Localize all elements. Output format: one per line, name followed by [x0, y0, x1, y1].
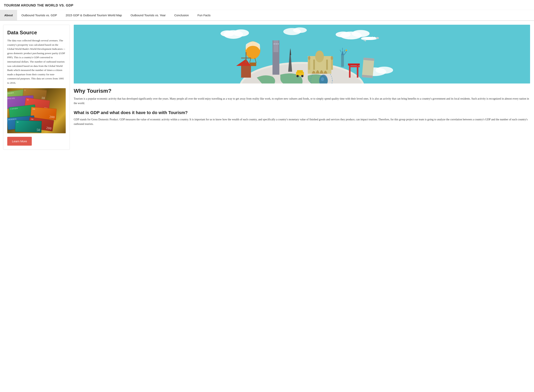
nav-outbound-year[interactable]: Outbound Tourists vs. Year: [126, 10, 170, 20]
svg-rect-18: [289, 71, 292, 72]
why-tourism-heading: Why Tourism?: [74, 88, 530, 94]
svg-point-8: [336, 32, 351, 37]
svg-point-58: [297, 75, 299, 77]
why-tourism-body: Tourism is a popular economic activity t…: [74, 96, 530, 105]
data-source-body: The data was collected through several a…: [7, 38, 66, 85]
navbar: About Outbound Tourists vs. GDP 2015 GDP…: [0, 10, 534, 21]
svg-rect-28: [326, 60, 328, 70]
svg-point-55: [376, 37, 379, 39]
site-title: TOURISM AROUND THE WORLD VS. GDP: [0, 0, 534, 10]
main-content: Data Source The data was collected throu…: [0, 21, 534, 154]
nav-world-map[interactable]: 2015 GDP & Outbound Tourism World Map: [61, 10, 126, 20]
svg-rect-53: [278, 43, 279, 45]
gdp-body: GDP stands for Gross Domestic Product. G…: [74, 117, 530, 126]
nav-outbound-gdp[interactable]: Outbound Tourists vs. GDP: [17, 10, 61, 20]
money-image: CANADA20 £10 DVE STE200 5050 CANADA50 20…: [7, 88, 66, 133]
hero-image: [74, 25, 530, 84]
svg-point-2: [233, 29, 249, 37]
data-source-heading: Data Source: [7, 30, 66, 36]
svg-point-54: [361, 37, 378, 40]
svg-rect-37: [348, 64, 360, 65]
svg-point-7: [352, 30, 370, 37]
learn-more-button[interactable]: Learn More: [7, 137, 32, 146]
svg-point-24: [315, 51, 324, 62]
right-panel: Why Tourism? Tourism is a popular econom…: [74, 25, 530, 129]
svg-point-10: [376, 67, 393, 74]
svg-rect-52: [276, 43, 277, 45]
svg-point-26: [308, 56, 310, 60]
svg-rect-38: [349, 66, 360, 67]
nav-about[interactable]: About: [0, 10, 17, 20]
svg-rect-50: [274, 40, 279, 52]
svg-point-5: [293, 28, 307, 33]
svg-point-15: [321, 77, 324, 81]
svg-point-3: [221, 30, 234, 37]
svg-rect-31: [241, 66, 251, 78]
gdp-heading: What is GDP and what does it have to do …: [74, 110, 530, 115]
svg-rect-42: [341, 55, 344, 67]
left-panel: Data Source The data was collected throu…: [3, 25, 70, 150]
svg-rect-27: [313, 60, 315, 70]
svg-point-59: [301, 75, 304, 77]
nav-fun-facts[interactable]: Fun Facts: [193, 10, 215, 20]
svg-rect-57: [297, 70, 303, 73]
svg-rect-51: [274, 43, 275, 45]
nav-conclusion[interactable]: Conclusion: [170, 10, 193, 20]
svg-point-30: [331, 56, 333, 60]
